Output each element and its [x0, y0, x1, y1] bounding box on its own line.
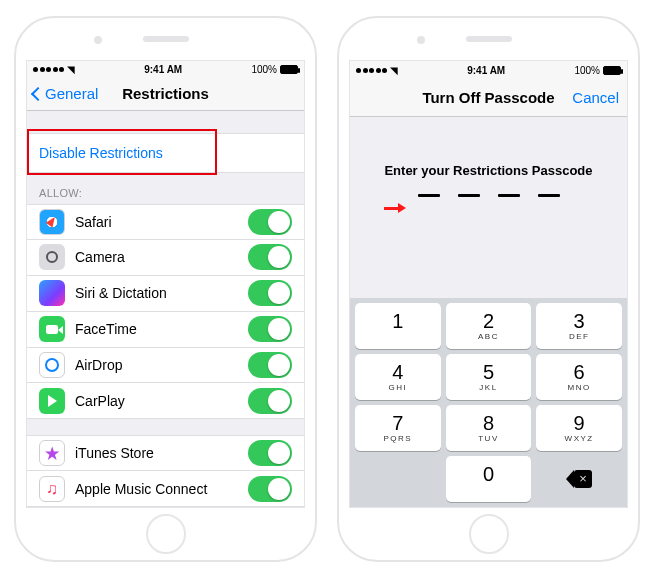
- app-label: CarPlay: [75, 393, 248, 409]
- key-2[interactable]: 2ABC: [446, 303, 532, 349]
- app-row-siri[interactable]: Siri & Dictation: [27, 276, 304, 312]
- nav-bar: General Restrictions: [27, 77, 304, 111]
- key-8[interactable]: 8TUV: [446, 405, 532, 451]
- status-time: 9:41 AM: [398, 65, 574, 76]
- passcode-digit-4: [538, 194, 560, 197]
- app-label: AirDrop: [75, 357, 248, 373]
- toggle-camera[interactable]: [248, 244, 292, 270]
- app-label: FaceTime: [75, 321, 248, 337]
- camera-icon: [39, 244, 65, 270]
- app-label: Siri & Dictation: [75, 285, 248, 301]
- airdrop-icon: [39, 352, 65, 378]
- key-6[interactable]: 6MNO: [536, 354, 622, 400]
- facetime-icon: [39, 316, 65, 342]
- passcode-prompt-area: Enter your Restrictions Passcode: [350, 117, 627, 298]
- app-row-safari[interactable]: Safari: [27, 204, 304, 240]
- toggle-facetime[interactable]: [248, 316, 292, 342]
- signal-icon: [356, 68, 387, 73]
- screen-passcode: ◥ 9:41 AM 100% Turn Off Passcode Cancel …: [349, 60, 628, 508]
- app-label: Apple Music Connect: [75, 481, 248, 497]
- toggle-siri[interactable]: [248, 280, 292, 306]
- status-bar: ◥ 9:41 AM 100%: [27, 61, 304, 77]
- passcode-prompt: Enter your Restrictions Passcode: [384, 163, 592, 178]
- phone-bezel-top: [339, 18, 638, 60]
- key-5[interactable]: 5JKL: [446, 354, 532, 400]
- wifi-icon: ◥: [67, 64, 75, 75]
- status-time: 9:41 AM: [75, 64, 251, 75]
- key-7[interactable]: 7PQRS: [355, 405, 441, 451]
- home-button[interactable]: [469, 514, 509, 554]
- toggle-carplay[interactable]: [248, 388, 292, 414]
- key-4[interactable]: 4GHI: [355, 354, 441, 400]
- disable-restrictions-row[interactable]: Disable Restrictions: [27, 133, 304, 173]
- passcode-digit-2: [458, 194, 480, 197]
- backspace-icon: [566, 470, 592, 488]
- numeric-keypad: 1 2ABC 3DEF 4GHI 5JKL 6MNO 7PQRS 8TUV 9W…: [350, 298, 627, 507]
- key-9[interactable]: 9WXYZ: [536, 405, 622, 451]
- battery-icon: [603, 66, 621, 75]
- app-row-camera[interactable]: Camera: [27, 240, 304, 276]
- home-button[interactable]: [146, 514, 186, 554]
- app-label: iTunes Store: [75, 445, 248, 461]
- passcode-field[interactable]: [418, 194, 560, 197]
- passcode-digit-3: [498, 194, 520, 197]
- cancel-button[interactable]: Cancel: [572, 89, 619, 106]
- app-row-itunes-store[interactable]: ★ iTunes Store: [27, 435, 304, 471]
- itunes-store-icon: ★: [39, 440, 65, 466]
- nav-bar: Turn Off Passcode Cancel: [350, 79, 627, 117]
- key-0[interactable]: 0: [446, 456, 532, 502]
- phone-bezel-top: [16, 18, 315, 60]
- carplay-icon: [39, 388, 65, 414]
- passcode-digit-1: [418, 194, 440, 197]
- toggle-itunes-store[interactable]: [248, 440, 292, 466]
- phone-restrictions: ◥ 9:41 AM 100% General Restrictions Dis: [14, 16, 317, 562]
- key-backspace[interactable]: [536, 456, 622, 502]
- phone-bezel-bottom: [339, 508, 638, 560]
- toggle-airdrop[interactable]: [248, 352, 292, 378]
- allow-header: ALLOW:: [27, 173, 304, 204]
- key-3[interactable]: 3DEF: [536, 303, 622, 349]
- battery-icon: [280, 65, 298, 74]
- disable-restrictions-label: Disable Restrictions: [39, 145, 292, 161]
- signal-icon: [33, 67, 64, 72]
- app-row-carplay[interactable]: CarPlay: [27, 383, 304, 419]
- phone-passcode: ◥ 9:41 AM 100% Turn Off Passcode Cancel …: [337, 16, 640, 562]
- phone-bezel-bottom: [16, 508, 315, 560]
- toggle-apple-music[interactable]: [248, 476, 292, 502]
- arrow-annotation: [384, 197, 406, 218]
- chevron-left-icon: [31, 87, 45, 101]
- screen-restrictions: ◥ 9:41 AM 100% General Restrictions Dis: [26, 60, 305, 508]
- back-button[interactable]: General: [33, 85, 98, 102]
- wifi-icon: ◥: [390, 65, 398, 76]
- app-row-airdrop[interactable]: AirDrop: [27, 348, 304, 384]
- app-row-apple-music[interactable]: ♫ Apple Music Connect: [27, 471, 304, 507]
- app-label: Camera: [75, 249, 248, 265]
- battery-percent: 100%: [574, 65, 600, 76]
- toggle-safari[interactable]: [248, 209, 292, 235]
- apple-music-icon: ♫: [39, 476, 65, 502]
- back-label: General: [45, 85, 98, 102]
- app-row-facetime[interactable]: FaceTime: [27, 312, 304, 348]
- app-label: Safari: [75, 214, 248, 230]
- key-1[interactable]: 1: [355, 303, 441, 349]
- battery-percent: 100%: [251, 64, 277, 75]
- safari-icon: [39, 209, 65, 235]
- status-bar: ◥ 9:41 AM 100%: [350, 61, 627, 79]
- siri-icon: [39, 280, 65, 306]
- key-blank: [355, 456, 441, 502]
